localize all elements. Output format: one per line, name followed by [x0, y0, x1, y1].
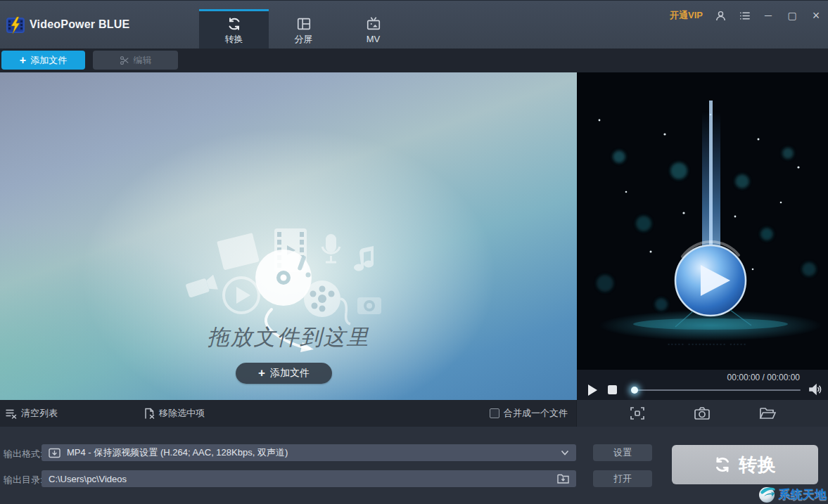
split-screen-icon [296, 16, 312, 32]
open-folder-icon[interactable] [759, 406, 776, 421]
time-display: 00:00:00 / 00:00:00 [727, 373, 800, 382]
watermark-text: 系统天地 [779, 486, 827, 503]
preview-action-bar [577, 400, 828, 427]
video-preview[interactable]: ····· ··········· ····· [577, 72, 828, 370]
merge-checkbox[interactable] [490, 408, 499, 418]
remove-selected-label: 移除选中项 [159, 407, 205, 420]
format-icon [49, 448, 60, 458]
tab-split-screen[interactable]: 分屏 [269, 9, 338, 49]
output-dir-input[interactable]: C:\Users\pc\Videos [42, 470, 576, 487]
close-button[interactable]: × [810, 9, 822, 22]
minimize-button[interactable]: ─ [762, 9, 775, 22]
output-panel: 输出格式: MP4 - 保持源视频设置 (H.264; AAC, 128Kbps… [0, 427, 828, 504]
output-format-value: MP4 - 保持源视频设置 (H.264; AAC, 128Kbps, 双声道) [67, 446, 561, 459]
convert-label: 转换 [739, 453, 777, 477]
dropzone-add-files-label: 添加文件 [270, 367, 310, 380]
site-watermark: 系统天地 [758, 485, 827, 503]
svg-text:····· ··········· ·····: ····· ··········· ····· [667, 338, 746, 350]
settings-button[interactable]: 设置 [593, 444, 652, 461]
toolbar: + 添加文件 编辑 [0, 49, 828, 72]
tab-label: 分屏 [295, 34, 313, 44]
menu-icon[interactable] [738, 9, 751, 22]
output-dir-value: C:\Users\pc\Videos [49, 474, 557, 484]
add-files-label: 添加文件 [30, 54, 67, 67]
plus-icon: + [258, 366, 265, 380]
tab-label: 转换 [225, 34, 243, 44]
file-list-toolbar: 清空列表 移除选中项 合并成一个文件 [0, 400, 577, 427]
merge-label: 合并成一个文件 [504, 407, 568, 420]
maximize-glyph: ▢ [787, 9, 796, 22]
play-button[interactable] [588, 385, 597, 396]
snapshot-camera-icon[interactable] [694, 406, 711, 421]
convert-button[interactable]: 转换 [672, 445, 818, 484]
output-format-label: 输出格式: [4, 448, 43, 460]
app-window: VideoPower BLUE 转换 分屏 [0, 0, 828, 504]
titlebar: VideoPower BLUE 转换 分屏 [0, 1, 828, 49]
dropzone-add-files-button[interactable]: + 添加文件 [236, 363, 332, 384]
plus-icon: + [20, 55, 26, 66]
scissors-icon [120, 56, 129, 65]
titlebar-controls: 开通VIP ─ ▢ × [670, 8, 822, 23]
stop-button[interactable] [608, 385, 617, 394]
preview-artwork: ····· ··········· ····· [577, 72, 828, 370]
tab-mv[interactable]: MV [338, 9, 408, 49]
convert-refresh-icon [713, 455, 732, 474]
tab-convert[interactable]: 转换 [199, 9, 269, 49]
minimize-glyph: ─ [765, 9, 772, 22]
drop-zone[interactable]: 拖放文件到这里 + 添加文件 [0, 72, 577, 400]
tab-label: MV [367, 34, 381, 44]
open-label: 打开 [613, 472, 632, 485]
output-dir-label: 输出目录: [4, 474, 43, 486]
merge-files-toggle[interactable]: 合并成一个文件 [490, 407, 568, 420]
mv-tv-icon [366, 16, 381, 32]
seek-slider[interactable] [632, 389, 801, 391]
edit-button[interactable]: 编辑 [93, 51, 178, 70]
dropzone-heading: 拖放文件到这里 [0, 323, 577, 352]
globe-icon [758, 485, 776, 503]
remove-selected-button[interactable]: 移除选中项 [144, 407, 205, 420]
app-logo-icon [6, 16, 25, 34]
clear-list-icon [6, 408, 17, 419]
edit-label: 编辑 [134, 54, 152, 67]
app-title: VideoPower BLUE [30, 18, 129, 31]
maximize-button[interactable]: ▢ [786, 9, 798, 22]
fullscreen-icon[interactable] [629, 406, 646, 421]
vip-link[interactable]: 开通VIP [670, 9, 703, 22]
close-glyph: × [813, 9, 820, 22]
volume-icon[interactable] [808, 383, 822, 396]
add-files-button[interactable]: + 添加文件 [1, 51, 85, 70]
output-format-dropdown[interactable]: MP4 - 保持源视频设置 (H.264; AAC, 128Kbps, 双声道) [42, 444, 576, 461]
settings-label: 设置 [613, 446, 632, 459]
clear-list-button[interactable]: 清空列表 [6, 407, 58, 420]
player-controls: 00:00:00 / 00:00:00 [577, 370, 828, 400]
refresh-icon [227, 16, 242, 32]
chevron-down-icon [561, 450, 569, 455]
account-icon[interactable] [714, 9, 727, 22]
open-button[interactable]: 打开 [593, 470, 652, 487]
tab-bar: 转换 分屏 MV [199, 9, 408, 49]
browse-folder-icon[interactable] [557, 474, 569, 484]
clear-list-label: 清空列表 [21, 407, 58, 420]
seek-knob[interactable] [631, 387, 638, 394]
remove-item-icon [144, 408, 155, 419]
